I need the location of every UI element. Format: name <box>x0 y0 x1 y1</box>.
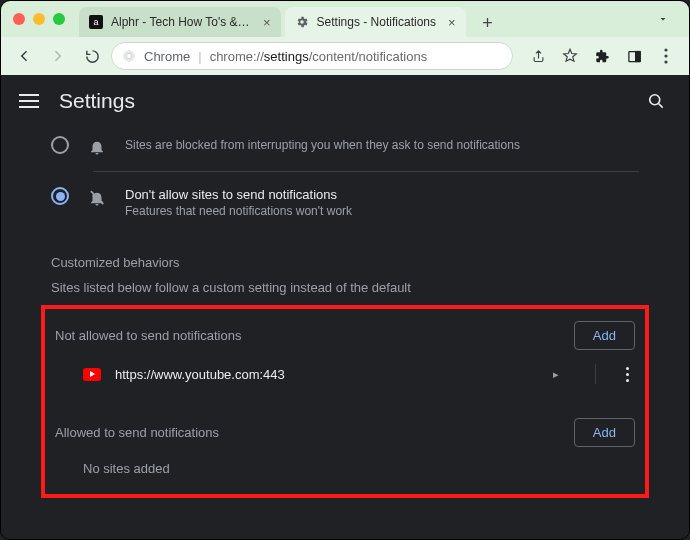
blocked-site-row[interactable]: https://www.youtube.com:443 ▸ <box>55 350 635 394</box>
address-bar[interactable]: Chrome | chrome://settings/content/notif… <box>111 42 513 70</box>
tab-alphr[interactable]: a Alphr - Tech How To's & Guide × <box>79 7 281 37</box>
reload-button[interactable] <box>77 41 107 71</box>
chrome-icon <box>122 49 136 63</box>
option-subtitle: Sites are blocked from interrupting you … <box>125 138 520 152</box>
close-tab-icon[interactable]: × <box>448 15 456 30</box>
site-url: https://www.youtube.com:443 <box>115 367 285 382</box>
option-quieter-messaging[interactable]: Use quieter messaging Sites are blocked … <box>51 127 639 165</box>
svg-text:a: a <box>93 17 98 27</box>
allowed-empty-text: No sites added <box>55 447 635 476</box>
allowed-label: Allowed to send notifications <box>55 425 219 440</box>
radio-unchecked-icon[interactable] <box>51 136 69 154</box>
back-button[interactable] <box>9 41 39 71</box>
svg-point-3 <box>126 53 131 58</box>
add-blocked-site-button[interactable]: Add <box>574 321 635 350</box>
close-window-button[interactable] <box>13 13 25 25</box>
page-surface: Settings Use quieter messaging Sites are… <box>1 75 689 539</box>
page-title: Settings <box>59 89 135 113</box>
option-subtitle: Features that need notifications won't w… <box>125 204 352 218</box>
chevron-right-icon[interactable]: ▸ <box>553 368 559 381</box>
svg-rect-6 <box>635 51 639 61</box>
divider <box>595 364 596 384</box>
svg-point-8 <box>664 54 667 57</box>
side-panel-button[interactable] <box>619 41 649 71</box>
share-button[interactable] <box>523 41 553 71</box>
browser-toolbar: Chrome | chrome://settings/content/notif… <box>1 37 689 75</box>
search-settings-button[interactable] <box>641 86 671 116</box>
svg-point-9 <box>664 60 667 63</box>
option-title: Don't allow sites to send notifications <box>125 187 352 202</box>
divider <box>93 171 639 172</box>
bell-off-icon <box>87 187 107 207</box>
window-titlebar: a Alphr - Tech How To's & Guide × Settin… <box>1 1 689 37</box>
minimize-window-button[interactable] <box>33 13 45 25</box>
extensions-button[interactable] <box>587 41 617 71</box>
svg-line-11 <box>659 104 663 108</box>
close-tab-icon[interactable]: × <box>263 15 271 30</box>
menu-icon[interactable] <box>19 94 39 108</box>
svg-point-7 <box>664 48 667 51</box>
new-tab-button[interactable]: + <box>474 9 502 37</box>
tabs-dropdown-button[interactable] <box>649 5 677 33</box>
bell-icon <box>87 136 107 156</box>
alphr-favicon-icon: a <box>89 15 103 29</box>
omnibox-url: chrome://settings/content/notifications <box>210 49 428 64</box>
option-block-notifications[interactable]: Don't allow sites to send notifications … <box>51 178 639 227</box>
radio-checked-icon[interactable] <box>51 187 69 205</box>
customized-behaviors-sub: Sites listed below follow a custom setti… <box>51 280 639 295</box>
gear-icon <box>295 15 309 29</box>
omnibox-chip: Chrome <box>144 49 190 64</box>
bookmark-button[interactable] <box>555 41 585 71</box>
omnibox-divider: | <box>198 49 201 64</box>
not-allowed-label: Not allowed to send notifications <box>55 328 241 343</box>
customized-behaviors-heading: Customized behaviors <box>51 255 639 270</box>
forward-button[interactable] <box>43 41 73 71</box>
site-more-actions-button[interactable] <box>626 367 629 382</box>
svg-point-10 <box>650 95 660 105</box>
tab-title: Settings - Notifications <box>317 15 436 29</box>
settings-appbar: Settings <box>1 75 689 127</box>
tab-settings[interactable]: Settings - Notifications × <box>285 7 466 37</box>
youtube-icon <box>83 368 101 381</box>
tab-title: Alphr - Tech How To's & Guide <box>111 15 251 29</box>
browser-menu-button[interactable] <box>651 41 681 71</box>
maximize-window-button[interactable] <box>53 13 65 25</box>
annotation-highlight: Not allowed to send notifications Add ht… <box>41 305 649 498</box>
add-allowed-site-button[interactable]: Add <box>574 418 635 447</box>
window-controls <box>13 13 65 25</box>
tab-strip: a Alphr - Tech How To's & Guide × Settin… <box>79 1 502 37</box>
